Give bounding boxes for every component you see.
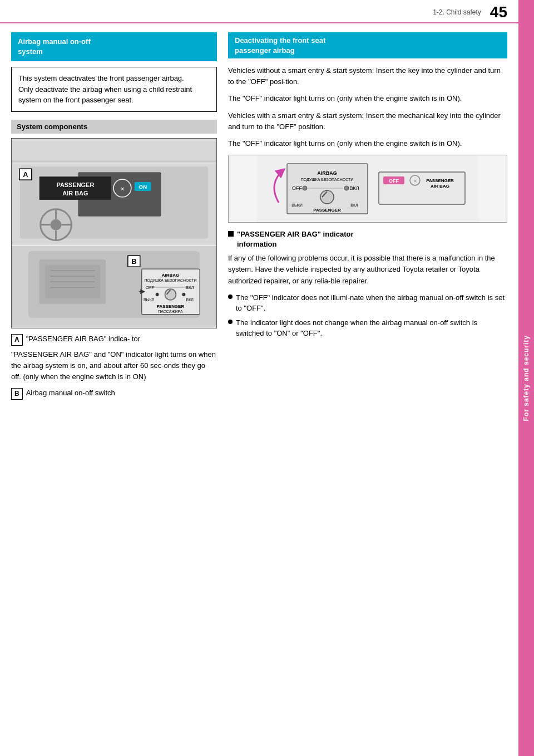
- svg-text:ВКЛ: ВКЛ: [186, 285, 194, 290]
- svg-text:ПАССАЖИРА: ПАССАЖИРА: [158, 310, 183, 313]
- svg-text:AIR BAG: AIR BAG: [62, 190, 88, 197]
- svg-text:ON: ON: [139, 184, 147, 190]
- svg-text:✕: ✕: [120, 186, 125, 192]
- svg-text:A: A: [23, 170, 28, 179]
- para4: The "OFF" indicator light turns on (only…: [228, 138, 507, 149]
- bullet-item-2: The indicator light does not change when…: [228, 317, 507, 339]
- svg-text:ПОДУШКА БЕЗОПАСНОСТИ: ПОДУШКА БЕЗОПАСНОСТИ: [144, 278, 196, 283]
- warning-text: This system deactivates the front passen…: [18, 74, 192, 104]
- svg-point-37: [156, 293, 159, 296]
- svg-point-14: [51, 219, 62, 230]
- bullet-dot-1: [228, 294, 233, 299]
- svg-text:OFF: OFF: [146, 285, 155, 290]
- diagram-bottom: B AIRBAG ПОДУШКА БЕЗОПАСНОСТИ OFF ВКЛ: [12, 246, 216, 328]
- svg-text:AIR BAG: AIR BAG: [431, 184, 449, 189]
- caption-a-text: "PASSENGER AIR BAG" indica- tor: [26, 334, 141, 344]
- svg-text:PASSENGER: PASSENGER: [56, 181, 94, 188]
- para2: The "OFF" indicator light turns on (only…: [228, 93, 507, 104]
- sidebar-tab: For safety and security: [518, 0, 534, 756]
- system-diagram: A PASSENGER AIR BAG ✕ ON: [11, 138, 217, 328]
- caption-b-text: Airbag manual on-off switch: [26, 388, 115, 398]
- bullet-text-2: The indicator light does not change when…: [236, 317, 507, 339]
- svg-text:PASSENGER: PASSENGER: [157, 304, 185, 309]
- svg-text:AIRBAG: AIRBAG: [162, 273, 179, 278]
- svg-point-51: [344, 186, 349, 190]
- diagram-top: A PASSENGER AIR BAG ✕ ON: [12, 139, 216, 244]
- svg-text:ВКЛ: ВКЛ: [186, 298, 194, 302]
- page-info: 1-2. Child safety 45: [433, 4, 507, 20]
- passenger-airbag-info-heading: "PASSENGER AIR BAG" indicator informatio…: [228, 229, 507, 249]
- svg-text:ВКЛ: ВКЛ: [350, 203, 358, 207]
- indicator-body-text: "PASSENGER AIR BAG" and "ON" indicator l…: [11, 349, 217, 382]
- airbag-manual-header: Airbag manual on-off system: [11, 32, 217, 61]
- svg-text:PASSENGER: PASSENGER: [313, 208, 341, 213]
- svg-text:ВЫКЛ: ВЫКЛ: [144, 298, 154, 302]
- caption-a-label: A: [11, 334, 23, 346]
- svg-text:AIRBAG: AIRBAG: [317, 170, 337, 176]
- indicator-info-title: "PASSENGER AIR BAG" indicator informatio…: [237, 229, 354, 249]
- left-column: Airbag manual on-off system This system …: [11, 32, 217, 745]
- section-label: 1-2. Child safety: [433, 8, 481, 16]
- bullet-text-1: The "OFF" indicator does not illumi-nate…: [236, 292, 507, 314]
- svg-text:OFF: OFF: [292, 185, 302, 191]
- system-components-label: System components: [11, 120, 217, 134]
- top-bar: 1-2. Child safety 45: [0, 0, 518, 23]
- svg-text:ВЫКЛ: ВЫКЛ: [291, 203, 303, 207]
- deactivating-header: Deactivating the front seat passenger ai…: [228, 32, 507, 58]
- square-marker: [228, 231, 234, 237]
- caption-a: A "PASSENGER AIR BAG" indica- tor: [11, 334, 217, 346]
- svg-text:OFF: OFF: [389, 178, 399, 184]
- bullet-list: The "OFF" indicator does not illumi-nate…: [228, 292, 507, 339]
- deactivating-header-line1: Deactivating the front seat: [235, 36, 325, 45]
- svg-text:ВКЛ: ВКЛ: [349, 185, 359, 191]
- bullet-item-1: The "OFF" indicator does not illumi-nate…: [228, 292, 507, 314]
- indicator-diagram: AIRBAG ПОДУШКА БЕЗОПАСНОСТИ OFF ВКЛ: [228, 155, 507, 223]
- right-column: Deactivating the front seat passenger ai…: [228, 32, 507, 745]
- caption-b-label: B: [11, 388, 23, 400]
- indicator-info-body: If any of the following problems occur, …: [228, 253, 507, 286]
- warning-box: This system deactivates the front passen…: [11, 67, 217, 112]
- svg-point-49: [303, 186, 307, 190]
- svg-text:✕: ✕: [413, 179, 417, 184]
- page-number: 45: [490, 4, 507, 20]
- svg-point-38: [182, 293, 185, 296]
- caption-b: B Airbag manual on-off switch: [11, 388, 217, 400]
- sidebar-tab-label: For safety and security: [522, 335, 530, 421]
- svg-text:B: B: [131, 257, 136, 266]
- para3: Vehicles with a smart entry & start syst…: [228, 110, 507, 132]
- bullet-dot-2: [228, 320, 233, 324]
- para1: Vehicles without a smart entry & start s…: [228, 65, 507, 87]
- svg-text:ПОДУШКА БЕЗОПАСНОСТИ: ПОДУШКА БЕЗОПАСНОСТИ: [301, 178, 354, 182]
- svg-text:PASSENGER: PASSENGER: [426, 178, 454, 183]
- deactivating-header-line2: passenger airbag: [235, 46, 295, 55]
